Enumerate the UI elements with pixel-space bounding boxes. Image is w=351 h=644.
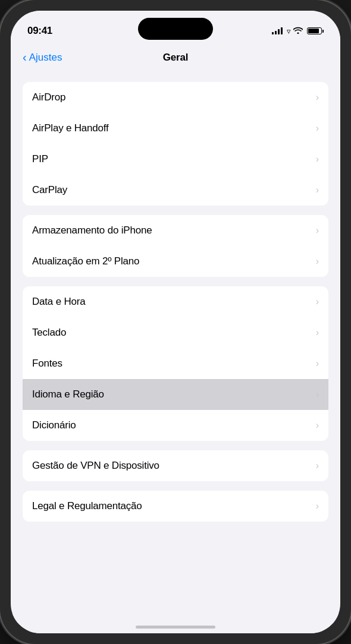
chevron-right-icon: › — [316, 389, 319, 400]
row-right: › — [316, 389, 319, 400]
page-title: Geral — [163, 52, 188, 64]
chevron-right-icon: › — [316, 154, 319, 165]
list-item-carplay[interactable]: CarPlay › — [23, 175, 328, 206]
chevron-right-icon: › — [316, 123, 319, 134]
row-right: › — [316, 358, 319, 369]
signal-icon — [272, 27, 283, 34]
chevron-right-icon: › — [316, 296, 319, 307]
row-right: › — [316, 296, 319, 307]
chevron-right-icon: › — [316, 501, 319, 512]
row-label: Legal e Regulamentação — [32, 500, 142, 512]
row-right: › — [316, 327, 319, 338]
nav-bar: ‹ Ajustes Geral — [11, 43, 340, 72]
list-item-airplay-handoff[interactable]: AirPlay e Handoff › — [23, 113, 328, 144]
phone-frame: 09:41 ▿ — [0, 0, 351, 644]
row-label: Dicionário — [32, 419, 76, 431]
list-item-armazenamento[interactable]: Armazenamento do iPhone › — [23, 215, 328, 246]
phone-screen: 09:41 ▿ — [11, 11, 340, 633]
home-bar — [136, 626, 215, 629]
home-indicator — [11, 613, 340, 633]
list-item-data-hora[interactable]: Data e Hora › — [23, 286, 328, 317]
row-right: › — [316, 225, 319, 236]
settings-group-1: AirDrop › AirPlay e Handoff › PIP › — [23, 82, 328, 206]
chevron-right-icon: › — [316, 358, 319, 369]
settings-group-4: Gestão de VPN e Dispositivo › — [23, 450, 328, 481]
row-label: AirPlay e Handoff — [32, 122, 109, 134]
list-item-teclado[interactable]: Teclado › — [23, 317, 328, 348]
back-label: Ajustes — [29, 52, 62, 64]
back-chevron-icon: ‹ — [23, 50, 27, 64]
chevron-right-icon: › — [316, 420, 319, 431]
list-item-legal[interactable]: Legal e Regulamentação › — [23, 491, 328, 522]
row-label: CarPlay — [32, 184, 67, 196]
list-item-airdrop[interactable]: AirDrop › — [23, 82, 328, 113]
row-right: › — [316, 420, 319, 431]
row-right: › — [316, 256, 319, 267]
row-right: › — [316, 92, 319, 103]
battery-icon — [307, 27, 324, 34]
row-right: › — [316, 185, 319, 195]
list-item-pip[interactable]: PIP › — [23, 144, 328, 175]
row-label: Data e Hora — [32, 296, 85, 308]
status-bar: 09:41 ▿ — [11, 11, 340, 43]
row-label: Atualização em 2º Plano — [32, 255, 139, 267]
chevron-right-icon: › — [316, 256, 319, 267]
chevron-right-icon: › — [316, 225, 319, 236]
row-label: Gestão de VPN e Dispositivo — [32, 460, 159, 472]
settings-group-2: Armazenamento do iPhone › Atualização em… — [23, 215, 328, 277]
chevron-right-icon: › — [316, 185, 319, 195]
dynamic-island — [138, 18, 213, 40]
row-label: Fontes — [32, 358, 62, 370]
settings-group-3: Data e Hora › Teclado › Fontes › — [23, 286, 328, 441]
row-right: › — [316, 154, 319, 165]
list-item-atualizacao[interactable]: Atualização em 2º Plano › — [23, 246, 328, 277]
settings-group-5: Legal e Regulamentação › — [23, 491, 328, 522]
row-label: Idioma e Região — [32, 389, 104, 400]
chevron-right-icon: › — [316, 460, 319, 471]
back-button[interactable]: ‹ Ajustes — [23, 51, 62, 64]
wifi-icon: ▿ — [287, 27, 303, 36]
status-time: 09:41 — [27, 25, 52, 37]
row-right: › — [316, 501, 319, 512]
row-label: Armazenamento do iPhone — [32, 225, 152, 236]
list-item-fontes[interactable]: Fontes › — [23, 348, 328, 379]
row-label: PIP — [32, 153, 48, 165]
settings-content: AirDrop › AirPlay e Handoff › PIP › — [11, 72, 340, 613]
chevron-right-icon: › — [316, 92, 319, 103]
status-icons: ▿ — [272, 27, 324, 36]
list-item-dicionario[interactable]: Dicionário › — [23, 410, 328, 441]
list-item-idioma-regiao[interactable]: Idioma e Região › — [23, 379, 328, 410]
list-item-gestao-vpn[interactable]: Gestão de VPN e Dispositivo › — [23, 450, 328, 481]
row-label: AirDrop — [32, 91, 65, 103]
row-label: Teclado — [32, 327, 66, 339]
row-right: › — [316, 460, 319, 471]
chevron-right-icon: › — [316, 327, 319, 338]
row-right: › — [316, 123, 319, 134]
